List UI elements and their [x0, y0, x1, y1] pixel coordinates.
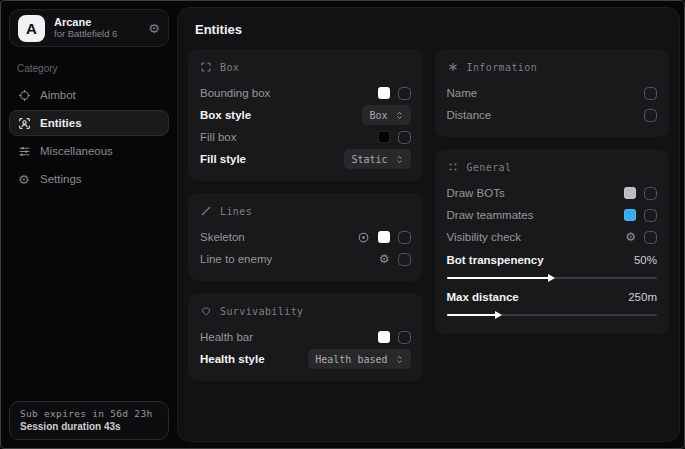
setting-label: Bot transpenency [447, 254, 544, 266]
gear-icon[interactable]: ⚙ [379, 253, 390, 265]
survivability-card: Survivability Health bar Health style He… [188, 293, 423, 381]
sliders-icon [18, 145, 31, 158]
survivability-card-header: Survivability [200, 305, 411, 317]
max-distance-slider[interactable] [447, 314, 658, 316]
setting-label: Bounding box [200, 87, 270, 99]
sidebar-item-label: Entities [40, 117, 82, 129]
checkbox[interactable] [398, 253, 411, 266]
checkbox[interactable] [398, 131, 411, 144]
setting-row-box-style: Box style Box [200, 104, 411, 126]
sidebar-item-miscellaneous[interactable]: Miscellaneous [9, 138, 169, 164]
gear-icon[interactable]: ⚙ [148, 22, 160, 35]
checkbox[interactable] [644, 231, 657, 244]
setting-label: Fill box [200, 131, 236, 143]
color-swatch[interactable] [624, 209, 636, 221]
fill-style-dropdown[interactable]: Static [344, 149, 410, 169]
sidebar-item-settings[interactable]: ⚙ Settings [9, 166, 169, 192]
heart-icon [200, 305, 212, 317]
setting-label: Skeleton [200, 231, 245, 243]
slider-label-row: Bot transpenency 50% [447, 249, 658, 271]
sidebar-item-label: Aimbot [40, 89, 76, 101]
gear-icon: ⚙ [18, 173, 31, 186]
checkbox[interactable] [644, 87, 657, 100]
setting-row-bounding-box: Bounding box [200, 82, 411, 104]
color-swatch[interactable] [624, 187, 636, 199]
setting-label: Box style [200, 109, 251, 121]
setting-label: Line to enemy [200, 253, 272, 265]
setting-row-health-style: Health style Health based [200, 348, 411, 370]
checkbox[interactable] [644, 109, 657, 122]
lines-card-header: Lines [200, 205, 411, 217]
page-title: Entities [195, 22, 669, 37]
information-card-header: Information [447, 61, 658, 73]
left-column: Box Bounding box Box style Box [188, 49, 423, 381]
setting-label: Draw BOTs [447, 187, 505, 199]
box-style-dropdown[interactable]: Box [362, 105, 410, 125]
setting-row-draw-bots: Draw BOTs [447, 182, 658, 204]
setting-label: Distance [447, 109, 492, 121]
card-title: Information [467, 62, 538, 73]
dropdown-value: Box [369, 110, 387, 121]
box-corners-icon [200, 61, 212, 73]
box-card-header: Box [200, 61, 411, 73]
box-card: Box Bounding box Box style Box [188, 49, 423, 181]
max-distance-slider-block: Max distance 250m [447, 286, 658, 316]
dropdown-value: Static [351, 154, 387, 165]
setting-row-draw-teammates: Draw teammates [447, 204, 658, 226]
right-column: Information Name Distance General [435, 49, 670, 381]
crosshair-icon [18, 89, 31, 102]
setting-label: Draw teammates [447, 209, 534, 221]
target-icon[interactable] [357, 231, 370, 244]
checkbox[interactable] [398, 87, 411, 100]
entities-icon [18, 117, 31, 130]
setting-row-name: Name [447, 82, 658, 104]
info-icon [447, 61, 459, 73]
sidebar-item-entities[interactable]: Entities [9, 110, 169, 136]
diagonal-line-icon [200, 205, 212, 217]
setting-row-health-bar: Health bar [200, 326, 411, 348]
setting-row-skeleton: Skeleton [200, 226, 411, 248]
setting-label: Max distance [447, 291, 519, 303]
app-subtitle: for Battlefield 6 [54, 29, 139, 40]
chevron-up-down-icon [395, 110, 404, 121]
bot-transparency-slider[interactable] [447, 277, 658, 279]
setting-row-visibility-check: Visibility check ⚙ [447, 226, 658, 248]
color-swatch[interactable] [378, 131, 390, 143]
setting-row-line-to-enemy: Line to enemy ⚙ [200, 248, 411, 270]
sidebar-item-aimbot[interactable]: Aimbot [9, 82, 169, 108]
setting-label: Name [447, 87, 478, 99]
app-meta: Arcane for Battlefield 6 [54, 16, 139, 40]
color-swatch[interactable] [378, 331, 390, 343]
checkbox[interactable] [644, 209, 657, 222]
slider-thumb[interactable] [548, 274, 555, 282]
information-card: Information Name Distance [435, 49, 670, 137]
card-title: Lines [220, 206, 252, 217]
checkbox[interactable] [644, 187, 657, 200]
session-duration-text: Session duration 43s [20, 421, 158, 432]
checkbox[interactable] [398, 331, 411, 344]
app-name: Arcane [54, 16, 139, 29]
dropdown-value: Health based [315, 354, 387, 365]
app-logo: A [18, 15, 45, 42]
setting-row-fill-style: Fill style Static [200, 148, 411, 170]
slider-thumb[interactable] [495, 311, 502, 319]
slider-fill [447, 277, 552, 279]
setting-label: Health style [200, 353, 265, 365]
slider-value: 50% [634, 254, 657, 266]
card-title: Survivability [220, 306, 303, 317]
app-header-card: A Arcane for Battlefield 6 ⚙ [9, 9, 169, 47]
main-panel: Entities Box Bounding box [177, 7, 680, 442]
gear-icon[interactable]: ⚙ [625, 231, 636, 243]
setting-row-fill-box: Fill box [200, 126, 411, 148]
grid-dots-icon [447, 161, 459, 173]
slider-label-row: Max distance 250m [447, 286, 658, 308]
slider-value: 250m [628, 291, 657, 303]
color-swatch[interactable] [378, 231, 390, 243]
health-style-dropdown[interactable]: Health based [308, 349, 410, 369]
sidebar-item-label: Miscellaneous [40, 145, 113, 157]
sidebar: A Arcane for Battlefield 6 ⚙ Category Ai… [1, 1, 177, 448]
color-swatch[interactable] [378, 87, 390, 99]
checkbox[interactable] [398, 231, 411, 244]
setting-row-distance: Distance [447, 104, 658, 126]
lines-card: Lines Skeleton Line to enemy ⚙ [188, 193, 423, 281]
